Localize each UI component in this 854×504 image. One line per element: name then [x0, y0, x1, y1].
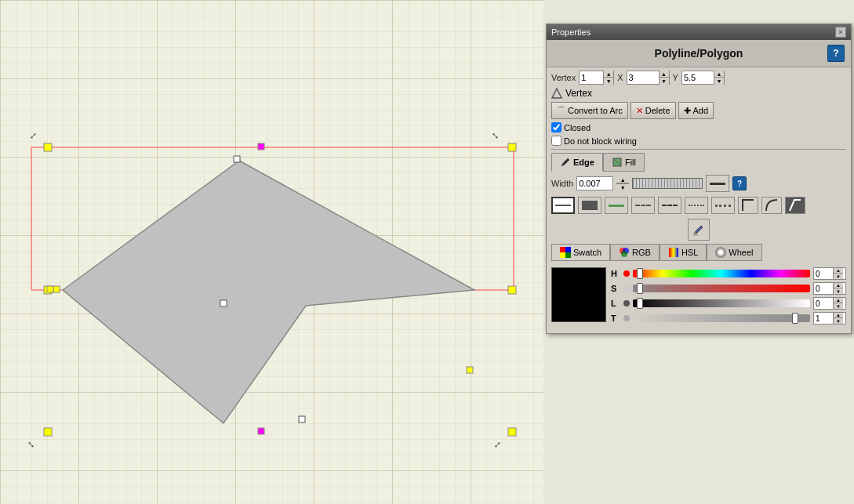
wiring-label: Do not block wiring: [564, 136, 637, 146]
panel-title: Properties: [551, 27, 835, 37]
width-up[interactable]: ▲: [616, 176, 629, 183]
svg-rect-24: [47, 286, 53, 292]
wiring-checkbox[interactable]: [551, 136, 561, 146]
vertex-down[interactable]: ▼: [604, 78, 613, 85]
t-up[interactable]: ▲: [834, 313, 843, 318]
line-style-green-btn[interactable]: [605, 197, 628, 214]
h-input[interactable]: [814, 268, 833, 279]
t-slider[interactable]: [633, 314, 810, 322]
s-up[interactable]: ▲: [834, 283, 843, 288]
color-tab-swatch[interactable]: Swatch: [551, 244, 610, 261]
s-spin[interactable]: ▲ ▼: [813, 282, 846, 295]
line-style-filled-btn[interactable]: [578, 197, 601, 214]
vertex-type-row: Vertex: [551, 88, 846, 99]
vertex-up[interactable]: ▲: [604, 71, 613, 78]
svg-rect-8: [258, 143, 264, 150]
l-up[interactable]: ▲: [834, 298, 843, 303]
width-slider[interactable]: [632, 178, 703, 189]
h-down[interactable]: ▼: [834, 274, 843, 279]
convert-arc-label: Convert to Arc: [568, 106, 623, 115]
width-help-button[interactable]: ?: [732, 176, 747, 190]
svg-rect-37: [669, 248, 678, 257]
t-down[interactable]: ▼: [834, 318, 843, 324]
y-down[interactable]: ▼: [714, 78, 724, 85]
x-down[interactable]: ▼: [660, 78, 669, 85]
svg-rect-9: [508, 143, 516, 151]
corner-style-2[interactable]: [761, 197, 782, 214]
width-input-container[interactable]: [576, 176, 613, 190]
vertex-label: Vertex: [551, 73, 576, 82]
x-up[interactable]: ▲: [660, 71, 669, 78]
y-input[interactable]: [682, 71, 714, 84]
s-input[interactable]: [814, 283, 833, 294]
l-input[interactable]: [814, 298, 833, 309]
width-label: Width: [551, 179, 573, 188]
vertex-row: Vertex ▲ ▼ X ▲ ▼ Y ▲: [551, 71, 846, 85]
width-input[interactable]: [577, 177, 612, 190]
corner-style-1[interactable]: [738, 197, 758, 214]
svg-rect-16: [508, 428, 516, 436]
color-tab-rgb[interactable]: RGB: [610, 244, 660, 261]
properties-panel: Properties × Polyline/Polygon ? Vertex ▲…: [546, 24, 852, 334]
h-slider[interactable]: [633, 270, 810, 277]
panel-main-title: Polyline/Polygon: [570, 47, 827, 60]
svg-rect-18: [220, 300, 227, 306]
t-spin[interactable]: ▲ ▼: [813, 312, 846, 325]
closed-checkbox[interactable]: [551, 122, 561, 132]
l-slider[interactable]: [633, 299, 810, 307]
delete-label: Delete: [645, 106, 670, 115]
thick-line-button[interactable]: [706, 175, 729, 192]
s-dot: [623, 285, 630, 292]
delete-button[interactable]: ✕ Delete: [631, 102, 676, 119]
add-button[interactable]: ✚ Add: [678, 102, 714, 119]
vertex-input[interactable]: [580, 71, 603, 84]
color-tab-wheel[interactable]: Wheel: [707, 244, 761, 261]
t-dot: [623, 315, 630, 321]
tab-edge[interactable]: Edge: [551, 153, 603, 172]
y-up[interactable]: ▲: [714, 71, 724, 78]
wiring-checkbox-label[interactable]: Do not block wiring: [551, 136, 637, 146]
h-up[interactable]: ▲: [834, 268, 843, 274]
x-input-container[interactable]: ▲ ▼: [627, 71, 670, 85]
closed-checkbox-label[interactable]: Closed: [551, 122, 591, 132]
svg-rect-13: [44, 428, 52, 436]
convert-to-arc-button[interactable]: ⌒ Convert to Arc: [551, 102, 628, 119]
color-tab-hsl[interactable]: HSL: [660, 244, 707, 261]
svg-rect-33: [565, 252, 571, 258]
s-down[interactable]: ▼: [834, 288, 843, 294]
y-input-container[interactable]: ▲ ▼: [681, 71, 725, 85]
x-input[interactable]: [627, 71, 659, 84]
close-button[interactable]: ×: [835, 27, 846, 38]
l-down[interactable]: ▼: [834, 303, 843, 309]
canvas-area[interactable]: ↔ ↔ ↔ ↔: [0, 0, 543, 504]
t-input[interactable]: [814, 313, 833, 324]
y-label: Y: [673, 73, 678, 82]
width-row: Width ▲ ▼ ?: [551, 175, 846, 192]
svg-marker-25: [552, 89, 561, 98]
vertex-spinner[interactable]: ▲ ▼: [579, 71, 614, 85]
pencil-icon: [560, 157, 571, 168]
svg-rect-30: [560, 247, 565, 252]
line-style-dash1-btn[interactable]: [631, 197, 655, 214]
wiring-row: Do not block wiring: [551, 136, 846, 146]
l-spin[interactable]: ▲ ▼: [813, 297, 846, 310]
h-spin[interactable]: ▲ ▼: [813, 267, 846, 280]
help-button[interactable]: ?: [827, 45, 845, 62]
action-buttons-row: ⌒ Convert to Arc ✕ Delete ✚ Add: [551, 102, 846, 119]
svg-rect-14: [258, 428, 264, 434]
line-style-solid-btn[interactable]: [551, 197, 575, 214]
corner-style-3[interactable]: [785, 197, 805, 214]
color-tab-swatch-label: Swatch: [573, 248, 601, 257]
tab-fill[interactable]: Fill: [603, 153, 645, 172]
width-down[interactable]: ▼: [616, 183, 629, 190]
line-style-dash2-btn[interactable]: [658, 197, 681, 214]
line-style-dash4-btn[interactable]: [711, 197, 735, 214]
color-sliders: H ▲ ▼ S: [611, 267, 846, 327]
color-tabs-row: Swatch RGB: [551, 244, 846, 261]
wheel-icon: [715, 247, 726, 258]
line-style-dash3-btn[interactable]: [685, 197, 708, 214]
color-pencil-button[interactable]: [688, 219, 710, 241]
swatch-icon: [560, 247, 571, 258]
color-pencil-icon: [692, 223, 706, 237]
s-slider[interactable]: [633, 285, 810, 292]
